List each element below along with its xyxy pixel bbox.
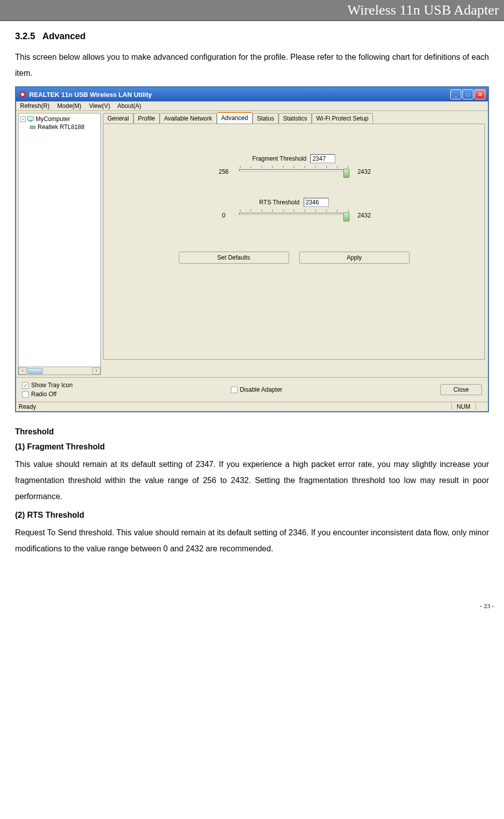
fragment-label: Fragment Threshold [253, 155, 307, 162]
radio-off-label: Radio Off [31, 391, 56, 398]
tab-status[interactable]: Status [253, 113, 279, 124]
svg-rect-4 [30, 126, 35, 129]
tab-available-network[interactable]: Available Network [160, 113, 217, 124]
minimize-button[interactable]: _ [450, 89, 461, 99]
scroll-thumb[interactable] [28, 368, 43, 374]
statusbar: Ready NUM [16, 402, 488, 411]
tab-content: Fragment Threshold 2347 256 2432 [103, 124, 485, 360]
fragment-thumb[interactable] [343, 169, 349, 178]
maximize-button[interactable]: □ [462, 89, 473, 99]
menubar: Refresh(R) Mode(M) View(V) About(A) [16, 101, 488, 111]
rts-group: RTS Threshold 2346 0 2432 [189, 198, 400, 221]
tree-scrollbar[interactable]: ‹ › [19, 367, 100, 375]
tab-advanced[interactable]: Advanced [217, 112, 253, 124]
fragment-value[interactable]: 2347 [310, 154, 335, 163]
section-title: 3.2.5 Advanced [15, 31, 489, 42]
fragment-group: Fragment Threshold 2347 256 2432 [189, 154, 400, 178]
section-intro: This screen below allows you to make adv… [15, 49, 489, 81]
threshold-heading: Threshold [15, 427, 489, 436]
adapter-icon [29, 124, 36, 131]
collapse-icon[interactable]: − [20, 116, 26, 122]
computer-icon [27, 115, 34, 123]
rts-thumb[interactable] [343, 212, 349, 221]
close-button[interactable]: Close [440, 384, 482, 395]
tab-profile[interactable]: Profile [134, 113, 160, 124]
titlebar: REALTEK 11n USB Wireless LAN Utility _ □… [16, 87, 488, 101]
tree-child-label: Realtek RTL8188 [38, 124, 84, 131]
tab-general[interactable]: General [103, 113, 134, 124]
device-tree[interactable]: − MyComputer Realtek RTL8188 ‹ › [18, 113, 101, 375]
show-tray-label: Show Tray Icon [31, 382, 73, 389]
disable-adapter-checkbox[interactable]: Disable Adapter [73, 386, 441, 393]
radio-off-checkbox[interactable]: Radio Off [22, 391, 73, 398]
rts-slider[interactable] [239, 209, 349, 221]
rts-min: 0 [214, 212, 234, 219]
tab-statistics[interactable]: Statistics [279, 113, 312, 124]
menu-about[interactable]: About(A) [117, 102, 141, 109]
disable-adapter-label: Disable Adapter [240, 386, 283, 393]
page-number: - 23 - [0, 602, 504, 610]
scroll-left-icon[interactable]: ‹ [19, 368, 27, 375]
footer-panel: ✓ Show Tray Icon Radio Off Disable Adapt… [16, 377, 488, 402]
tree-child[interactable]: Realtek RTL8188 [20, 123, 99, 131]
close-window-button[interactable]: ✕ [474, 89, 485, 99]
app-icon [19, 90, 27, 98]
set-defaults-button[interactable]: Set Defaults [179, 252, 289, 264]
fragment-text: This value should remain at its default … [15, 456, 489, 505]
scroll-right-icon[interactable]: › [92, 368, 100, 375]
tree-root-label: MyComputer [36, 115, 70, 123]
fragment-min: 256 [214, 168, 234, 175]
rts-label: RTS Threshold [259, 199, 299, 206]
checkbox-empty-icon [22, 391, 29, 398]
svg-rect-3 [29, 121, 32, 122]
section-name: Advanced [42, 31, 85, 41]
rts-max: 2432 [354, 212, 374, 219]
doc-header: Wireless 11n USB Adapter [0, 0, 504, 21]
tree-root[interactable]: − MyComputer [20, 115, 99, 123]
apply-button[interactable]: Apply [299, 252, 410, 264]
fragment-max: 2432 [354, 168, 374, 175]
tab-wifi-protect[interactable]: Wi-Fi Protect Setup [312, 113, 373, 124]
fragment-heading: (1) Fragment Threshold [15, 442, 489, 451]
menu-view[interactable]: View(V) [89, 102, 110, 109]
status-num: NUM [451, 403, 475, 410]
menu-refresh[interactable]: Refresh(R) [20, 102, 50, 109]
rts-text: Request To Send threshold. This value sh… [15, 525, 489, 557]
status-ready: Ready [19, 403, 451, 410]
tab-bar: General Profile Available Network Advanc… [103, 113, 485, 124]
rts-heading: (2) RTS Threshold [15, 511, 489, 520]
rts-value[interactable]: 2346 [304, 198, 329, 207]
checkbox-empty-icon [231, 387, 237, 393]
svg-rect-2 [28, 116, 34, 121]
show-tray-checkbox[interactable]: ✓ Show Tray Icon [22, 382, 73, 389]
section-number: 3.2.5 [15, 31, 35, 41]
app-title: REALTEK 11n USB Wireless LAN Utility [29, 91, 450, 98]
menu-mode[interactable]: Mode(M) [57, 102, 81, 109]
app-screenshot: REALTEK 11n USB Wireless LAN Utility _ □… [15, 86, 489, 412]
checkbox-checked-icon: ✓ [22, 382, 29, 389]
svg-point-1 [21, 93, 24, 96]
fragment-slider[interactable] [239, 166, 349, 178]
